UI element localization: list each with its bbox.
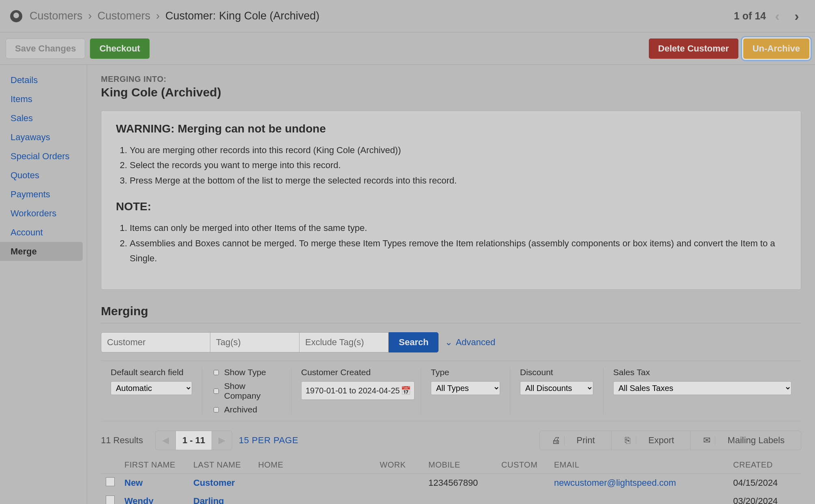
user-icon	[10, 10, 22, 22]
row-created: 04/15/2024	[728, 474, 801, 492]
filter-row: Default search field Automatic Show Type…	[101, 361, 801, 421]
row-firstname[interactable]: New	[120, 474, 188, 492]
breadcrumb-current-name: King Cole (Archived)	[219, 10, 320, 22]
record-pager: 1 of 14 ‹ ›	[734, 8, 805, 24]
breadcrumb: Customers › Customers › Customer: King C…	[0, 0, 815, 32]
sidebar: Details Items Sales Layaways Special Ord…	[0, 65, 87, 504]
results-pager-next[interactable]: ▶	[212, 431, 232, 450]
warning-step: Press Merge at the bottom of the list to…	[130, 173, 786, 188]
search-row: Search ⌄ Advanced	[101, 332, 801, 352]
merging-into-label: MERGING INTO:	[101, 75, 801, 84]
show-type-label: Show Type	[224, 367, 266, 377]
warning-steps: You are merging other records into this …	[116, 143, 786, 188]
sidebar-item-details[interactable]: Details	[0, 70, 87, 90]
pager-next-button[interactable]: ›	[789, 8, 805, 24]
row-home	[253, 474, 375, 492]
col-created: CREATED	[728, 456, 801, 474]
sidebar-item-items[interactable]: Items	[0, 90, 87, 109]
row-created: 03/20/2024	[728, 492, 801, 504]
customer-search-input[interactable]	[101, 332, 210, 352]
sidebar-item-sales[interactable]: Sales	[0, 109, 87, 128]
show-company-checkbox[interactable]	[214, 389, 219, 394]
row-work	[375, 474, 424, 492]
default-search-select[interactable]: Automatic	[111, 381, 192, 395]
merging-section-title: Merging	[101, 304, 801, 318]
customer-created-input[interactable]: 1970-01-01 to 2024-04-25 📅	[301, 381, 415, 400]
save-button: Save Changes	[6, 38, 85, 59]
row-email	[549, 492, 728, 504]
sidebar-item-merge[interactable]: Merge	[0, 242, 83, 261]
table-row: NewCustomer1234567890newcustomer@lightsp…	[101, 474, 801, 492]
results-table: FIRST NAME LAST NAME HOME WORK MOBILE CU…	[101, 456, 801, 504]
chevron-right-icon: ›	[156, 10, 160, 22]
row-email-link[interactable]: newcustomer@lightspeed.com	[554, 478, 676, 488]
table-row: WendyDarling03/20/2024	[101, 492, 801, 504]
discount-select[interactable]: All Discounts	[520, 381, 593, 395]
row-work	[375, 492, 424, 504]
archived-checkbox[interactable]	[214, 407, 219, 412]
delete-customer-button[interactable]: Delete Customer	[649, 38, 738, 59]
mailing-labels-button[interactable]: ✉Mailing Labels	[691, 431, 801, 450]
chevron-right-icon: ›	[88, 10, 92, 22]
results-pager: ◀ 1 - 11 ▶	[155, 431, 232, 450]
row-select-checkbox[interactable]	[106, 477, 115, 486]
sidebar-item-quotes[interactable]: Quotes	[0, 166, 87, 185]
merging-into-name: King Cole (Archived)	[101, 85, 801, 99]
per-page-toggle[interactable]: 15 PER PAGE	[239, 435, 298, 446]
row-firstname[interactable]: Wendy	[120, 492, 188, 504]
exclude-tags-input[interactable]	[299, 332, 389, 352]
print-button[interactable]: 🖨Print	[540, 431, 612, 450]
note-item: Assemblies and Boxes cannot be merged. T…	[130, 236, 786, 266]
pager-prev-button: ‹	[769, 8, 785, 24]
sidebar-item-layaways[interactable]: Layaways	[0, 128, 87, 147]
breadcrumb-root[interactable]: Customers	[30, 10, 83, 22]
pager-label: 1 of 14	[734, 10, 766, 22]
salestax-label: Sales Tax	[613, 367, 791, 377]
search-button[interactable]: Search	[389, 332, 439, 352]
col-custom: CUSTOM	[496, 456, 549, 474]
warning-step: Select the records you want to merge int…	[130, 158, 786, 173]
tags-input[interactable]	[210, 332, 299, 352]
sidebar-item-special-orders[interactable]: Special Orders	[0, 147, 87, 166]
results-pager-prev[interactable]: ◀	[156, 431, 176, 450]
note-title: NOTE:	[116, 200, 786, 213]
results-count: 11 Results	[101, 435, 143, 446]
col-select	[101, 456, 120, 474]
row-mobile	[424, 492, 496, 504]
salestax-select[interactable]: All Sales Taxes	[613, 381, 791, 395]
type-label: Type	[431, 367, 500, 377]
row-lastname[interactable]: Darling	[188, 492, 253, 504]
warning-title: WARNING: Merging can not be undone	[116, 122, 786, 135]
row-home	[253, 492, 375, 504]
note-list: Items can only be merged into other Item…	[116, 220, 786, 266]
warning-step: You are merging other records into this …	[130, 143, 786, 158]
discount-label: Discount	[520, 367, 593, 377]
main-content: MERGING INTO: King Cole (Archived) WARNI…	[87, 65, 815, 504]
default-search-label: Default search field	[111, 367, 192, 377]
row-custom	[496, 474, 549, 492]
sidebar-item-payments[interactable]: Payments	[0, 185, 87, 204]
advanced-toggle[interactable]: ⌄ Advanced	[445, 337, 495, 348]
checkout-button[interactable]: Checkout	[90, 38, 149, 59]
mail-icon: ✉	[699, 436, 715, 445]
col-lastname: LAST NAME	[188, 456, 253, 474]
col-email: EMAIL	[549, 456, 728, 474]
results-bar: 11 Results ◀ 1 - 11 ▶ 15 PER PAGE 🖨Print…	[101, 429, 801, 451]
unarchive-button[interactable]: Un-Archive	[743, 38, 809, 59]
breadcrumb-level2[interactable]: Customers	[98, 10, 151, 22]
results-pager-range: 1 - 11	[176, 431, 212, 450]
row-select-checkbox[interactable]	[106, 495, 115, 504]
row-lastname[interactable]: Customer	[188, 474, 253, 492]
type-select[interactable]: All Types	[431, 381, 500, 395]
sidebar-item-workorders[interactable]: Workorders	[0, 204, 87, 223]
show-type-checkbox[interactable]	[214, 370, 219, 375]
export-button[interactable]: ⎘Export	[612, 431, 691, 450]
customer-created-label: Customer Created	[301, 367, 411, 377]
archived-label: Archived	[224, 405, 257, 414]
warning-panel: WARNING: Merging can not be undone You a…	[101, 111, 801, 290]
col-home: HOME	[253, 456, 375, 474]
breadcrumb-current-prefix: Customer:	[165, 10, 216, 22]
row-mobile: 1234567890	[424, 474, 496, 492]
sidebar-item-account[interactable]: Account	[0, 223, 87, 242]
calendar-icon: 📅	[401, 386, 410, 395]
